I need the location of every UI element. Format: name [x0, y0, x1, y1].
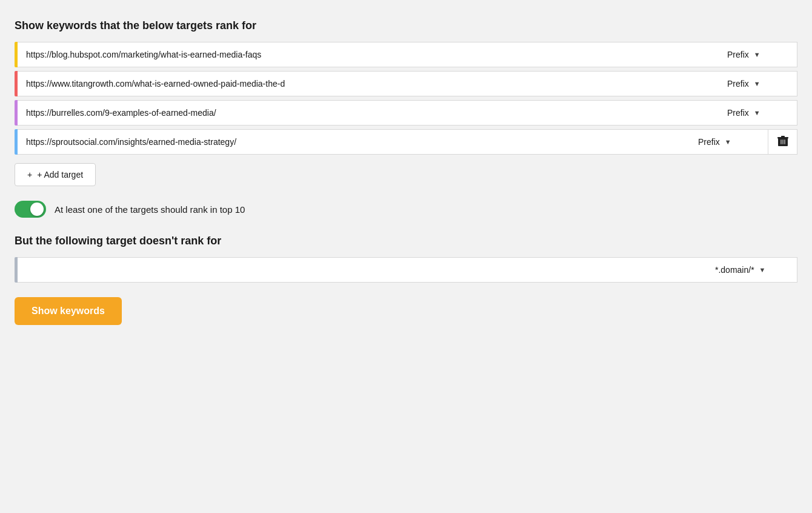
svg-rect-3	[780, 139, 782, 144]
target-url-input-4[interactable]	[18, 130, 690, 154]
toggle-slider	[15, 201, 46, 218]
target-url-input-1[interactable]	[18, 42, 719, 67]
target-row-2: Prefix▼	[15, 71, 797, 96]
show-keywords-button[interactable]: Show keywords	[15, 297, 122, 325]
svg-rect-5	[782, 139, 784, 144]
target-prefix-select-2[interactable]: Prefix▼	[719, 71, 797, 96]
target-prefix-label-1: Prefix	[727, 50, 749, 59]
target-prefix-select-4[interactable]: Prefix▼	[690, 129, 768, 155]
target-url-wrapper-2	[18, 71, 719, 96]
plus-icon: +	[27, 170, 32, 179]
target-prefix-select-1[interactable]: Prefix▼	[719, 42, 797, 67]
svg-rect-2	[777, 137, 788, 139]
target-url-input-3[interactable]	[18, 101, 719, 125]
target-url-input-2[interactable]	[18, 72, 719, 96]
toggle-row: At least one of the targets should rank …	[15, 201, 797, 218]
target-chevron-icon-4: ▼	[725, 138, 731, 146]
exclusion-url-input[interactable]	[18, 258, 707, 282]
target-delete-button-4[interactable]	[768, 129, 797, 155]
exclusion-url-wrapper	[18, 257, 707, 283]
target-row-3: Prefix▼	[15, 100, 797, 126]
add-target-label: + Add target	[37, 170, 83, 179]
exclusion-match-label: *.domain/*	[715, 265, 754, 275]
target-url-wrapper-4	[18, 129, 690, 155]
target-chevron-icon-1: ▼	[754, 51, 760, 58]
svg-rect-4	[784, 139, 785, 144]
target-url-wrapper-1	[18, 42, 719, 67]
exclusion-match-select[interactable]: *.domain/* ▼	[707, 257, 797, 283]
toggle-label: At least one of the targets should rank …	[55, 204, 245, 215]
target-prefix-label-3: Prefix	[727, 108, 749, 118]
target-chevron-icon-3: ▼	[754, 109, 760, 116]
target-url-wrapper-3	[18, 100, 719, 126]
trash-icon	[777, 135, 788, 149]
target-prefix-select-3[interactable]: Prefix▼	[719, 100, 797, 126]
rank-toggle[interactable]	[15, 201, 46, 218]
targets-container: Prefix▼Prefix▼Prefix▼Prefix▼	[15, 42, 797, 155]
target-prefix-label-2: Prefix	[727, 79, 749, 89]
add-target-button[interactable]: + + Add target	[15, 163, 96, 186]
section1-title: Show keywords that the below targets ran…	[15, 19, 797, 32]
target-row-1: Prefix▼	[15, 42, 797, 67]
exclusion-row: *.domain/* ▼	[15, 257, 797, 283]
target-prefix-label-4: Prefix	[698, 137, 720, 147]
section2-title: But the following target doesn't rank fo…	[15, 235, 797, 247]
target-row-4: Prefix▼	[15, 129, 797, 155]
target-chevron-icon-2: ▼	[754, 80, 760, 87]
exclusion-chevron-icon: ▼	[759, 266, 766, 273]
